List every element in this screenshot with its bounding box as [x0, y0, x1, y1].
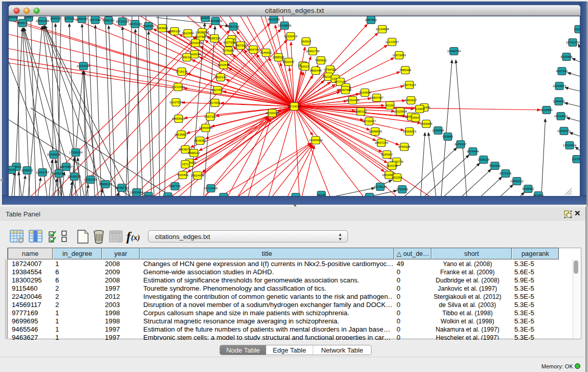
svg-text:8471676: 8471676	[499, 172, 512, 175]
svg-text:16448784: 16448784	[447, 50, 461, 53]
svg-text:18724007: 18724007	[288, 105, 301, 108]
svg-text:9184067: 9184067	[381, 153, 393, 156]
svg-text:11923446: 11923446	[130, 191, 144, 194]
svg-text:7485063: 7485063	[399, 69, 411, 72]
svg-text:2803144: 2803144	[214, 76, 227, 79]
svg-text:113405: 113405	[415, 107, 425, 111]
svg-text:15720407: 15720407	[362, 120, 376, 123]
svg-text:111234: 111234	[574, 28, 580, 31]
svg-text:1156819: 1156819	[21, 169, 34, 172]
svg-text:1615152: 1615152	[386, 164, 398, 167]
svg-text:12093873: 12093873	[553, 84, 567, 87]
svg-text:10654112: 10654112	[510, 180, 524, 183]
svg-text:20364436: 20364436	[346, 99, 360, 102]
svg-text:7515526: 7515526	[142, 25, 155, 28]
svg-text:116753: 116753	[572, 158, 580, 161]
svg-text:10025438: 10025438	[394, 110, 407, 113]
svg-text:405571: 405571	[17, 21, 28, 25]
svg-text:7955812: 7955812	[315, 59, 327, 62]
svg-text:7357224: 7357224	[227, 25, 239, 28]
svg-text:8215953: 8215953	[540, 108, 553, 112]
svg-text:113435: 113435	[219, 195, 229, 196]
svg-text:252254: 252254	[392, 176, 403, 179]
svg-text:2087682: 2087682	[365, 18, 377, 21]
svg-text:16033809: 16033809	[209, 19, 223, 23]
svg-text:19654923: 19654923	[403, 130, 417, 133]
svg-text:96245: 96245	[317, 193, 326, 196]
svg-text:62160: 62160	[386, 104, 395, 107]
svg-text:12353594: 12353594	[199, 126, 213, 129]
svg-text:196318: 196318	[50, 17, 61, 20]
svg-text:16671365: 16671365	[128, 23, 142, 26]
svg-text:92615: 92615	[301, 65, 310, 68]
svg-text:12975115: 12975115	[403, 83, 417, 86]
svg-text:16914479: 16914479	[191, 174, 205, 177]
svg-text:19166827: 19166827	[175, 133, 188, 136]
svg-text:19218506: 19218506	[278, 24, 292, 27]
svg-text:17359924: 17359924	[69, 151, 83, 154]
svg-text:8678352: 8678352	[194, 139, 206, 142]
svg-text:16961758: 16961758	[306, 50, 320, 53]
svg-text:16543362: 16543362	[189, 41, 203, 45]
svg-text:16044: 16044	[9, 16, 17, 19]
svg-text:6479197: 6479197	[454, 143, 467, 146]
svg-text:9146821: 9146821	[260, 51, 272, 54]
svg-text:25300215: 25300215	[266, 112, 279, 115]
svg-text:20206516: 20206516	[47, 153, 61, 156]
svg-text:99016: 99016	[183, 56, 191, 59]
svg-text:3912954: 3912954	[182, 32, 194, 35]
svg-text:16136141: 16136141	[374, 185, 387, 188]
svg-text:15751074: 15751074	[566, 41, 580, 44]
svg-text:8454749: 8454749	[247, 48, 259, 51]
svg-text:12213389: 12213389	[171, 85, 185, 89]
svg-text:39154: 39154	[9, 168, 16, 171]
svg-text:12505135: 12505135	[68, 175, 81, 178]
svg-text:9245652: 9245652	[522, 187, 534, 190]
svg-text:1733426: 1733426	[396, 188, 408, 191]
svg-text:1244413: 1244413	[553, 100, 565, 103]
svg-text:9327508: 9327508	[223, 41, 235, 44]
svg-text:9327500: 9327500	[194, 35, 207, 38]
svg-text:1571: 1571	[182, 163, 189, 166]
svg-text:20557: 20557	[25, 16, 33, 19]
svg-text:9463627: 9463627	[405, 99, 417, 102]
svg-text:2718176: 2718176	[176, 70, 188, 73]
svg-text:19975887: 19975887	[59, 165, 73, 168]
svg-text:17957255: 17957255	[84, 178, 98, 181]
svg-text:3375685: 3375685	[222, 49, 234, 52]
svg-text:8267110: 8267110	[205, 115, 217, 118]
svg-text:8660123: 8660123	[168, 30, 181, 33]
svg-text:16154808: 16154808	[376, 28, 389, 31]
svg-text:6497568: 6497568	[339, 89, 352, 92]
svg-text:6794028: 6794028	[324, 68, 336, 71]
svg-text:8990448: 8990448	[310, 69, 322, 72]
svg-text:9242848: 9242848	[217, 63, 230, 67]
svg-text:16782759: 16782759	[115, 186, 129, 189]
svg-text:2935114: 2935114	[478, 158, 490, 161]
svg-text:17016504: 17016504	[563, 144, 577, 147]
svg-text:9227342: 9227342	[556, 70, 568, 73]
svg-text:9457791: 9457791	[169, 185, 181, 188]
svg-text:3624554: 3624554	[359, 91, 371, 94]
svg-text:87965: 87965	[365, 195, 374, 196]
svg-text:10807487: 10807487	[370, 96, 384, 99]
svg-text:10719155: 10719155	[116, 20, 129, 23]
svg-text:8427552: 8427552	[211, 89, 224, 92]
svg-text:7625402: 7625402	[177, 173, 189, 177]
svg-text:10973493: 10973493	[393, 54, 406, 57]
svg-text:6466160: 6466160	[102, 19, 115, 22]
svg-text:9474444: 9474444	[467, 150, 479, 153]
svg-text:15716485: 15716485	[204, 187, 218, 190]
svg-text:104522: 104522	[163, 195, 173, 196]
svg-text:2588520: 2588520	[272, 56, 285, 59]
svg-text:16107553: 16107553	[169, 101, 183, 104]
svg-text:6322037: 6322037	[282, 60, 295, 63]
svg-text:9699695: 9699695	[420, 122, 432, 125]
svg-text:21053346: 21053346	[77, 64, 91, 68]
svg-text:9777169: 9777169	[334, 80, 346, 83]
svg-text:7632621: 7632621	[489, 164, 501, 167]
svg-text:8186328: 8186328	[208, 37, 221, 40]
svg-text:1092344: 1092344	[142, 194, 155, 196]
svg-text:(x): (x)	[131, 233, 140, 242]
svg-text:10688609: 10688609	[368, 130, 382, 133]
